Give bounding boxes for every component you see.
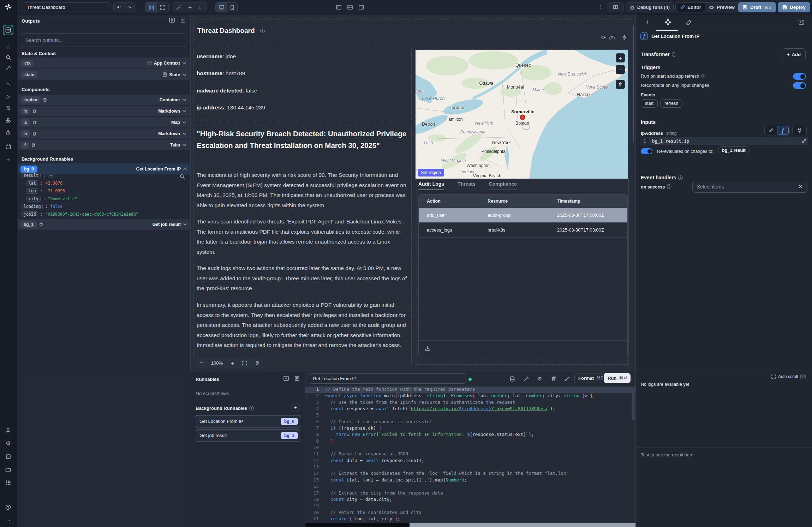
undo-icon[interactable]: ↶ <box>114 2 124 12</box>
variables-dollar-icon[interactable]: $ <box>3 103 13 114</box>
add-plus-icon[interactable]: + <box>3 155 13 165</box>
home-icon[interactable]: ⌂ <box>3 79 13 90</box>
draft-button[interactable]: Draft ⌘S <box>738 2 776 12</box>
expand-expr-icon[interactable] <box>802 139 806 143</box>
code-area[interactable]: 1// Define the main function with the re… <box>305 387 635 524</box>
column-header-resource[interactable]: Resource <box>488 199 557 204</box>
table-row[interactable]: add_user audit-group 2025-03-30T17:00:00… <box>419 208 627 223</box>
map-zoom-in-button[interactable]: + <box>616 53 625 62</box>
collapse-minus-icon[interactable]: - <box>48 173 54 178</box>
static-pencil-icon[interactable] <box>765 126 777 135</box>
editor-scrollbar[interactable] <box>632 387 635 420</box>
runnable-name-input[interactable] <box>309 373 466 384</box>
clear-x-icon[interactable]: ✕ <box>798 184 803 190</box>
tab-threats[interactable]: Threats <box>458 181 476 190</box>
schedules-prism-icon[interactable] <box>3 127 13 138</box>
collapse-panel-icon[interactable] <box>169 18 175 23</box>
menu-grid-icon[interactable] <box>3 477 13 488</box>
logout-arrow-icon[interactable]: → <box>3 515 13 525</box>
run-on-start-toggle[interactable] <box>793 73 806 80</box>
layout-right-panel-icon[interactable] <box>357 3 365 11</box>
deploy-button[interactable]: Deploy <box>778 2 810 12</box>
tab-preview[interactable]: Preview <box>705 3 739 12</box>
connect-plug-icon[interactable] <box>792 125 807 135</box>
settings-nodes-tab-icon[interactable] <box>664 18 672 26</box>
result-row[interactable]: result : - <box>22 173 138 180</box>
component-row-a[interactable]: a Map <box>18 117 190 127</box>
calendar-icon[interactable] <box>3 141 13 152</box>
cache-db-icon[interactable] <box>509 375 516 382</box>
collapse-right-panel-icon[interactable] <box>798 18 805 26</box>
component-row-topbar[interactable]: topbar Container <box>18 95 190 105</box>
topbar-container-component[interactable]: Threat Dashboard i ⟳ (2) <box>193 19 632 44</box>
help-icon[interactable] <box>3 502 13 513</box>
recompute-toggle[interactable] <box>793 82 806 89</box>
search-icon[interactable] <box>3 52 13 62</box>
on-success-select[interactable]: Select items ✕ <box>692 181 807 193</box>
add-transformer-button[interactable]: + Add <box>782 48 806 60</box>
ai-edit-wand-icon[interactable] <box>523 375 530 382</box>
folders-icon[interactable] <box>3 464 13 475</box>
recompute-bolt-icon[interactable] <box>622 35 627 40</box>
user-icon[interactable] <box>3 425 13 436</box>
runnables-doc-icon[interactable] <box>295 376 299 381</box>
run-button[interactable]: Run⌘⏎ <box>604 373 631 383</box>
layout-left-panel-icon[interactable] <box>334 3 343 11</box>
reeval-dep-chip[interactable]: bg_1.result <box>718 146 750 154</box>
set-region-button[interactable]: Set region <box>418 169 444 176</box>
redo-icon[interactable]: ↷ <box>124 2 135 12</box>
editor-hscrollbar-thumb[interactable] <box>410 523 635 527</box>
component-row-b[interactable]: b Markdown <box>18 128 190 139</box>
add-runnable-button[interactable]: + <box>291 403 300 412</box>
app-editor-icon[interactable] <box>3 25 13 35</box>
runnable-item-get-location[interactable]: Get Location From IP bg_0 <box>195 415 301 427</box>
fit-view-icon[interactable] <box>242 361 247 365</box>
windmill-logo-icon[interactable] <box>3 2 13 12</box>
tab-editor[interactable]: Editor <box>676 3 705 12</box>
app-title-input[interactable] <box>23 2 109 12</box>
column-header-timestamp[interactable]: Timestamp <box>557 199 627 204</box>
refresh-icon[interactable]: ⟳ <box>601 34 606 41</box>
insert-plus-tab-icon[interactable]: + <box>644 18 651 26</box>
eval-function-icon[interactable]: f <box>777 126 789 135</box>
reeval-toggle[interactable] <box>641 148 652 154</box>
desktop-view-icon[interactable] <box>216 2 227 12</box>
pan-hand-icon[interactable] <box>255 360 259 365</box>
map-component[interactable]: QuébecOttawaMontréalNew BrunswickNova Sc… <box>416 50 628 179</box>
zoom-in-icon[interactable]: + <box>231 360 234 366</box>
output-row-ctx[interactable]: ctx App Context <box>18 58 190 68</box>
ai-assistant-icon[interactable] <box>173 2 185 12</box>
zoom-out-icon[interactable]: − <box>199 360 203 366</box>
app-canvas[interactable]: Threat Dashboard i ⟳ (2) username: jdoe … <box>191 14 635 371</box>
result-search-icon[interactable] <box>180 174 185 179</box>
docs-book-button[interactable] <box>608 2 623 12</box>
output-row-state[interactable]: state State <box>18 69 190 80</box>
layout-bottom-panel-icon[interactable] <box>346 3 354 11</box>
more-options-kebab-icon[interactable]: ⋮ <box>596 3 605 11</box>
workers-box-icon[interactable] <box>3 451 13 462</box>
debug-runs-button[interactable]: Debug runs (4) <box>626 2 674 12</box>
delete-trash-icon[interactable] <box>550 375 557 382</box>
canvas-scrollbar[interactable] <box>633 25 634 142</box>
runs-play-icon[interactable]: ▷ <box>3 91 13 102</box>
search-outputs-input[interactable] <box>21 34 186 47</box>
mobile-view-icon[interactable] <box>227 2 237 12</box>
settings-gear-icon[interactable]: ⚙ <box>3 438 13 449</box>
styling-brush-tab-icon[interactable] <box>685 18 693 26</box>
editor-settings-gear-icon[interactable]: ⚙ <box>536 375 543 382</box>
runnable-item-get-job-result[interactable]: Get job result bg_1 <box>195 429 301 442</box>
map-locate-button[interactable]: ⇧ <box>616 80 625 89</box>
auto-scroll-checkbox[interactable]: ✓ <box>800 374 806 379</box>
component-row-h[interactable]: h Markdown <box>18 106 190 116</box>
tab-audit-logs[interactable]: Audit Logs <box>418 181 444 190</box>
expand-logs-icon[interactable] <box>771 375 776 379</box>
map-zoom-out-button[interactable]: − <box>616 65 625 74</box>
collapse-bottom-panel-icon[interactable] <box>283 376 289 381</box>
dark-mode-moon-icon[interactable]: ☾ <box>196 2 207 12</box>
ai-wand-icon[interactable] <box>3 62 13 73</box>
zoom-reset-button[interactable]: |0| <box>145 2 157 12</box>
input-expression-editor[interactable]: 1 bg_1.result.ip <box>640 137 808 145</box>
expand-editor-icon[interactable] <box>563 375 571 382</box>
format-button[interactable]: Format⌘S <box>574 373 607 383</box>
download-icon[interactable] <box>425 346 430 351</box>
